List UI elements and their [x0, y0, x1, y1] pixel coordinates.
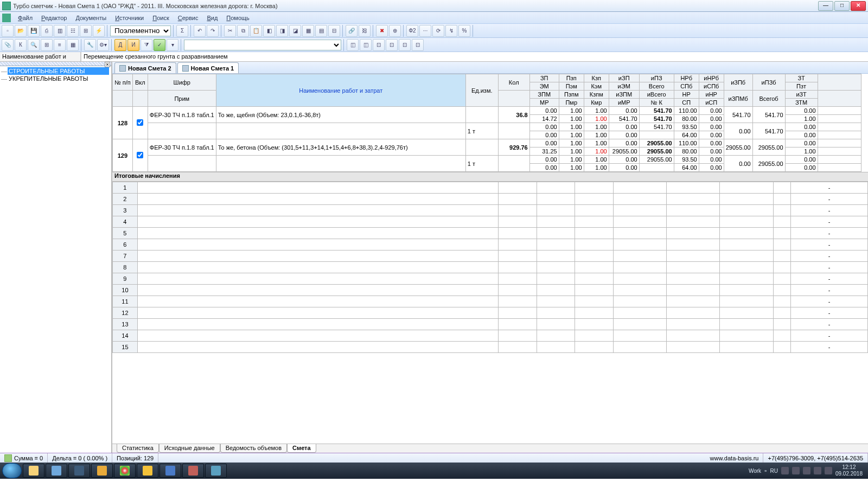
totals-row[interactable]: 9- [113, 273, 868, 285]
grid-scroll-area[interactable]: № п/пВклШифр Наименование работ и затрат… [112, 74, 868, 444]
k-button[interactable]: К [15, 39, 27, 51]
minimize-button[interactable]: — [818, 1, 833, 11]
tree-item[interactable]: УКРЕПИТЕЛЬНЫЕ РАБОТЫ [8, 75, 109, 82]
taskbar-app-4[interactable] [182, 464, 204, 478]
menu-documents[interactable]: Документы [72, 14, 110, 22]
totals-row[interactable]: 13- [113, 319, 868, 330]
link-button[interactable]: 🔗 [346, 25, 358, 37]
tool2-b[interactable]: ◫ [360, 39, 372, 51]
print-button[interactable]: ⎙ [41, 25, 53, 37]
maximize-button[interactable]: □ [834, 1, 850, 11]
tool2-f[interactable]: ⊡ [412, 39, 424, 51]
percent-button[interactable]: % [458, 25, 470, 37]
tab-volumes[interactable]: Ведомость объемов [220, 444, 287, 453]
refresh-button[interactable]: ⟳ [432, 25, 444, 37]
start-button[interactable] [2, 463, 22, 478]
menu-file[interactable]: Файл [14, 14, 36, 22]
menu-help[interactable]: Помощь [222, 14, 253, 22]
dropdown-button[interactable]: ▾ [167, 39, 178, 51]
menu-sources[interactable]: Источники [111, 14, 148, 22]
totals-row[interactable]: 5- [113, 228, 868, 239]
delete-button[interactable]: ✖ [376, 25, 388, 37]
i-button[interactable]: И [127, 39, 139, 51]
totals-row[interactable]: 4- [113, 216, 868, 228]
tool-btn-i[interactable]: ↯ [445, 25, 457, 37]
grid-row[interactable]: 129 ФЕР-30 ТЧ п.1.8 табл.1 То же, бетона… [113, 139, 861, 147]
tool2-d[interactable]: ⊡ [386, 39, 398, 51]
formula-value[interactable]: Перемещение срезанного грунта с разравни… [81, 52, 868, 61]
attach-button[interactable]: 📎 [2, 39, 14, 51]
taskbar-app-5[interactable] [205, 464, 227, 478]
tool-btn-a[interactable]: ◧ [263, 25, 275, 37]
tool2-a[interactable]: ◫ [347, 39, 359, 51]
tool-btn-f[interactable]: ⊟ [328, 25, 340, 37]
list-button[interactable]: ≡ [54, 39, 66, 51]
grid-row[interactable]: 1 т 0.001.001.000.00541.70 93.500.00 0.0… [113, 123, 861, 131]
books-button[interactable]: ▥ [54, 25, 66, 37]
funnel-button[interactable]: ⧩ [141, 39, 152, 51]
tray-icon[interactable] [781, 467, 789, 474]
formula-name-box[interactable]: Наименование работ и [0, 52, 81, 61]
tray-network-icon[interactable] [803, 467, 810, 474]
f2-button[interactable]: Ф2 [406, 25, 418, 37]
open-button[interactable]: 📂 [15, 25, 27, 37]
menu-search[interactable]: Поиск [149, 14, 173, 22]
menu-service[interactable]: Сервис [174, 14, 202, 22]
undo-button[interactable]: ↶ [194, 25, 206, 37]
system-menu-icon[interactable] [2, 14, 11, 22]
tool2-c[interactable]: ⊡ [373, 39, 385, 51]
tab-smeta-2[interactable]: Новая Смета 2 [114, 62, 176, 73]
d-button[interactable]: Д [114, 39, 126, 51]
taskbar-word[interactable] [159, 464, 181, 478]
close-button[interactable]: ✕ [851, 1, 866, 11]
totals-row[interactable]: 1- [113, 182, 868, 194]
save-button[interactable]: 💾 [28, 25, 40, 37]
row-include-checkbox[interactable] [137, 152, 143, 158]
tree-item[interactable]: СТРОИТЕЛЬНЫЕ РАБОТЫ [8, 67, 109, 75]
wrench-button[interactable]: 🔧 [84, 39, 96, 51]
zoom-button[interactable]: 🔍 [28, 39, 40, 51]
tray-lang[interactable]: RU [770, 468, 777, 474]
tool-btn-h[interactable]: ··· [419, 25, 431, 37]
tool2-e[interactable]: ⊡ [399, 39, 411, 51]
taskbar-1c[interactable] [137, 464, 158, 478]
lightning-button[interactable]: ⚡ [93, 25, 105, 37]
tool-btn-c[interactable]: ◪ [289, 25, 301, 37]
redo-button[interactable]: ↷ [207, 25, 219, 37]
totals-row[interactable]: 14- [113, 330, 868, 342]
tool-btn-g[interactable]: ⊕ [389, 25, 401, 37]
unlink-button[interactable]: ⛓ [359, 25, 371, 37]
taskbar-app-3[interactable] [91, 464, 113, 478]
tool-btn-b[interactable]: ◨ [276, 25, 288, 37]
tab-source-data[interactable]: Исходные данные [159, 444, 220, 453]
table-button[interactable]: ⊞ [41, 39, 53, 51]
taskbar-app-1[interactable] [46, 464, 67, 478]
cut-button[interactable]: ✂ [224, 25, 236, 37]
grid-row[interactable]: 128 ФЕР-30 ТЧ п.1.8 табл.1 То же, щебня … [113, 107, 861, 115]
menu-editor[interactable]: Редактор [37, 14, 71, 22]
totals-grid[interactable]: 1-2-3-4-5-6-7-8-9-10-11-12-13-14-15- [112, 182, 868, 353]
tray-action-icon[interactable] [825, 467, 832, 474]
tray-volume-icon[interactable] [814, 467, 821, 474]
properties-button[interactable]: ☷ [67, 25, 79, 37]
view-mode-combo[interactable]: Поэлементно [110, 25, 171, 36]
tab-estimate[interactable]: Смета [287, 444, 316, 453]
settings-dd-button[interactable]: ⚙▾ [97, 39, 109, 51]
row-include-checkbox[interactable] [137, 119, 143, 126]
apply-button[interactable]: ✓ [154, 39, 165, 51]
totals-row[interactable]: 6- [113, 239, 868, 251]
tree-close-icon[interactable]: × [105, 62, 110, 67]
estimate-grid[interactable]: № п/пВклШифр Наименование работ и затрат… [112, 74, 861, 172]
taskbar-chrome[interactable] [114, 464, 136, 478]
totals-row[interactable]: 3- [113, 205, 868, 216]
tool-btn-e[interactable]: ▤ [315, 25, 327, 37]
tray-flag-icon[interactable] [792, 467, 800, 474]
totals-row[interactable]: 12- [113, 307, 868, 319]
totals-row[interactable]: 15- [113, 342, 868, 353]
paste-button[interactable]: 📋 [250, 25, 262, 37]
tool-btn-d[interactable]: ▦ [302, 25, 314, 37]
calc-button[interactable]: ⊞ [80, 25, 92, 37]
totals-row[interactable]: 2- [113, 194, 868, 205]
totals-row[interactable]: 8- [113, 262, 868, 273]
taskbar-app-2[interactable] [68, 464, 90, 478]
